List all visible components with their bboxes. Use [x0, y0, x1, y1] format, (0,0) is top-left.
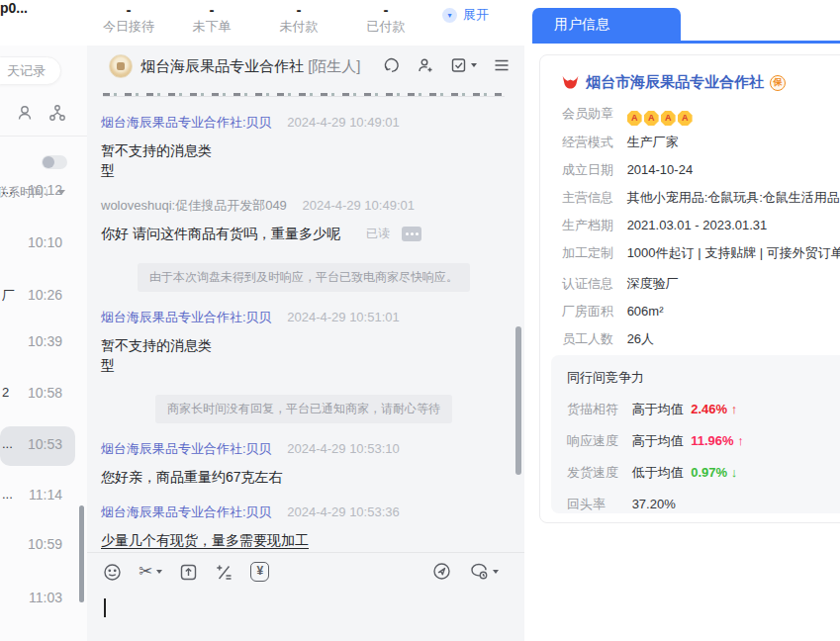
- conversation-item[interactable]: 10:59: [0, 526, 75, 566]
- contact-avatar[interactable]: [109, 54, 133, 78]
- conversation-item[interactable]: 11:03: [0, 580, 75, 619]
- message-input[interactable]: [87, 592, 524, 641]
- metric-label: 响应速度: [567, 432, 628, 450]
- clipped-message-remnant: [103, 87, 503, 96]
- metric-value: 37.20%: [632, 497, 676, 511]
- field-value: 2021.03.01 - 2023.01.31: [627, 218, 768, 232]
- top-stats-bar: p0... - 今日接待 - 未下单 - 未付款 - 已付款 ▾ 展开: [0, 0, 524, 46]
- medal-icon: A: [644, 111, 659, 126]
- field-label: 会员勋章: [562, 105, 613, 123]
- field-label: 经营模式: [562, 134, 613, 151]
- message-sender[interactable]: 烟台海辰果品专业合作社:贝贝: [101, 115, 272, 130]
- chat-history-icon[interactable]: [469, 562, 499, 581]
- message-more-button[interactable]: [402, 227, 421, 241]
- message-time: 2024-4-29 10:51:01: [287, 310, 399, 324]
- stat-value: -: [172, 2, 251, 18]
- quick-send-icon[interactable]: [432, 562, 451, 581]
- stat-value: -: [259, 2, 338, 18]
- message-body: 少量几个有现货，量多需要现加工: [101, 530, 507, 550]
- tab-user-info[interactable]: 用户信息: [532, 8, 681, 41]
- message-sender[interactable]: 烟台海辰果品专业合作社:贝贝: [101, 310, 272, 324]
- message-list[interactable]: 烟台海辰果品专业合作社:贝贝 2024-4-29 10:49:01 暂不支持的消…: [87, 87, 524, 552]
- field-row: 厂房面积 606m²: [562, 303, 840, 322]
- red-packet-icon[interactable]: ¥: [250, 562, 269, 582]
- chevron-down-circle-icon: ▾: [442, 8, 457, 23]
- message-meta: 烟台海辰果品专业合作社:贝贝 2024-4-29 10:53:10: [101, 440, 507, 458]
- sidebar-scrollbar[interactable]: [79, 505, 84, 602]
- chat-contact-name: 烟台海辰果品专业合作社: [140, 57, 304, 74]
- screenshot-scissors-icon[interactable]: ✂: [139, 562, 162, 582]
- competitiveness-row: 发货速度 低于均值 0.97% ↓: [567, 464, 840, 482]
- price-adjust-icon[interactable]: [215, 563, 233, 582]
- metric-label: 回头率: [567, 496, 628, 513]
- conversation-item[interactable]: ... 11:14: [0, 477, 75, 516]
- message-sender[interactable]: 烟台海辰果品专业合作社:贝贝: [101, 504, 272, 519]
- toggle-knob: [43, 156, 54, 168]
- expand-label: 展开: [463, 6, 489, 24]
- metric-value: 0.97% ↓: [691, 465, 737, 480]
- read-status: 已读: [366, 226, 390, 242]
- send-file-icon[interactable]: [179, 563, 198, 582]
- add-contact-icon[interactable]: [417, 56, 434, 74]
- message-sender[interactable]: woloveshuqi:促佳搜品开发部049: [101, 198, 287, 213]
- competitiveness-row: 货描相符 高于均值 2.46% ↑: [567, 401, 840, 418]
- conversation-item[interactable]: 10:39: [0, 323, 75, 363]
- search-chat-history-input[interactable]: 天记录: [0, 56, 61, 85]
- field-row: 生产档期 2021.03.01 - 2023.01.31: [562, 217, 840, 236]
- conversation-item[interactable]: 10:10: [0, 225, 75, 264]
- message-sender[interactable]: 烟台海辰果品专业合作社:贝贝: [101, 441, 272, 456]
- filter-toggle[interactable]: [42, 155, 67, 169]
- conversation-time: 10:58: [28, 385, 62, 401]
- conversation-name: 厂: [2, 287, 15, 305]
- chat-scrollbar[interactable]: [515, 326, 521, 475]
- field-value: 其他小宠用品:仓鼠玩具:仓鼠生活用品: [627, 190, 840, 205]
- menu-icon[interactable]: [493, 56, 511, 74]
- competitiveness-row: 响应速度 高于均值 11.96% ↑: [567, 432, 840, 450]
- caret-down-icon: [493, 570, 499, 574]
- message-meta: 烟台海辰果品专业合作社:贝贝 2024-4-29 10:53:36: [101, 504, 507, 521]
- stat-today-reception: - 今日接待: [89, 2, 168, 36]
- medal-icon: A: [678, 111, 693, 126]
- competitiveness-title: 同行间竞争力: [567, 369, 840, 387]
- contacts-icon[interactable]: [16, 103, 36, 123]
- conversation-time: 10:10: [28, 234, 62, 250]
- stat-unpaid: - 未付款: [259, 2, 338, 36]
- stat-label: 未下单: [172, 18, 251, 36]
- message-time: 2024-4-29 10:53:10: [287, 441, 399, 456]
- conversation-name: 2: [2, 385, 9, 400]
- caret-down-icon: [156, 570, 162, 574]
- company-info-card: 烟台市海辰果品专业合作社 保 会员勋章 A A A A 经营模式 生产厂家 成立…: [539, 54, 840, 523]
- field-value: 深度验厂: [627, 276, 679, 291]
- message-time: 2024-4-29 10:49:01: [287, 115, 399, 130]
- company-name-link[interactable]: 烟台市海辰果品专业合作社: [586, 73, 764, 92]
- brand-bull-icon: [562, 75, 579, 91]
- stat-value: -: [346, 2, 425, 18]
- emoji-icon[interactable]: [103, 563, 122, 582]
- conversation-item[interactable]: 厂 10:26: [0, 277, 75, 317]
- conversation-name: ...: [2, 182, 13, 197]
- app-window: p0... - 今日接待 - 未下单 - 未付款 - 已付款 ▾ 展开 天记录: [0, 0, 840, 641]
- field-label: 厂房面积: [562, 303, 613, 320]
- conversation-sidebar: 天记录 联系时间↓ ... 10:12 10:10 厂 10:26: [0, 46, 87, 641]
- arrow-up-icon: ↑: [737, 433, 744, 448]
- window-corner-text: p0...: [0, 0, 28, 16]
- metric-label: 货描相符: [567, 401, 628, 418]
- message-time: 2024-4-29 10:49:01: [302, 198, 414, 213]
- refresh-history-icon[interactable]: [383, 56, 401, 74]
- expand-stats-button[interactable]: ▾ 展开: [442, 6, 489, 24]
- org-structure-icon[interactable]: [47, 103, 67, 123]
- message-meta: woloveshuqi:促佳搜品开发部049 2024-4-29 10:49:0…: [101, 197, 507, 215]
- sidebar-divider: [0, 136, 87, 137]
- arrow-up-icon: ↑: [731, 402, 738, 416]
- competitiveness-row: 回头率 37.20%: [567, 496, 840, 513]
- conversation-item[interactable]: ... 10:12: [0, 172, 75, 212]
- message-body: 您好亲，商品重量约67克左右: [101, 467, 507, 487]
- create-task-icon[interactable]: [450, 56, 477, 74]
- message-body: 暂不支持的消息类型: [101, 335, 220, 375]
- conversation-item-selected[interactable]: ... 10:53: [0, 426, 75, 466]
- field-label: 加工定制: [562, 244, 613, 262]
- stat-label: 今日接待: [89, 18, 168, 36]
- conversation-item[interactable]: 2 10:58: [0, 375, 75, 414]
- field-row: 主营信息 其他小宠用品:仓鼠玩具:仓鼠生活用品: [562, 189, 840, 209]
- text-cursor: [104, 598, 106, 617]
